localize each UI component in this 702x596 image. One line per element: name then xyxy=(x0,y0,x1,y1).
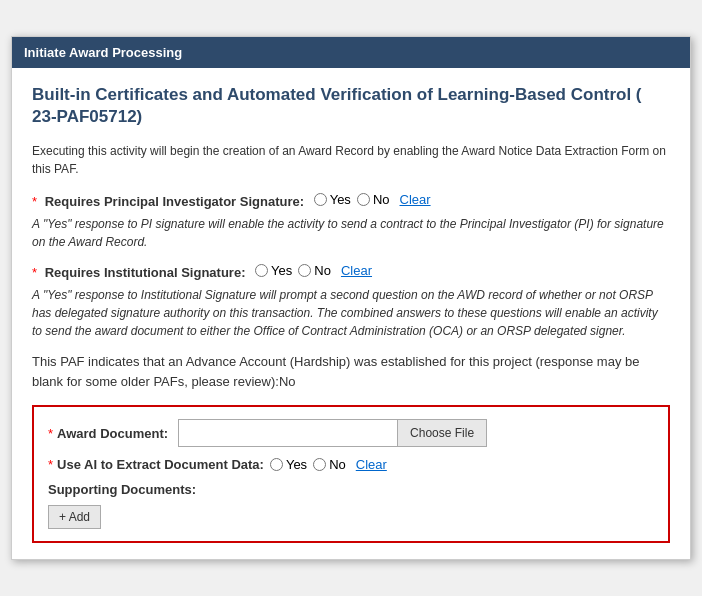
pi-no-label[interactable]: No xyxy=(357,192,390,207)
modal-body: Built-in Certificates and Automated Veri… xyxy=(12,68,690,559)
file-input-container: Choose File xyxy=(178,419,654,447)
pi-no-text: No xyxy=(373,192,390,207)
ai-no-radio[interactable] xyxy=(313,458,326,471)
pi-signature-row: * Requires Principal Investigator Signat… xyxy=(32,192,670,209)
inst-signature-section: * Requires Institutional Signature: Yes … xyxy=(32,263,670,340)
ai-yes-radio[interactable] xyxy=(270,458,283,471)
add-button[interactable]: + Add xyxy=(48,505,101,529)
ai-clear-link[interactable]: Clear xyxy=(356,457,387,472)
pi-signature-section: * Requires Principal Investigator Signat… xyxy=(32,192,670,251)
award-required-star: * xyxy=(48,426,53,441)
use-ai-label: Use AI to Extract Document Data: xyxy=(57,457,264,472)
modal-container: Initiate Award Processing Built-in Certi… xyxy=(11,36,691,560)
project-title: Built-in Certificates and Automated Veri… xyxy=(32,84,670,128)
ai-yes-text: Yes xyxy=(286,457,307,472)
use-ai-row: * Use AI to Extract Document Data: Yes N… xyxy=(48,457,654,472)
inst-signature-label: Requires Institutional Signature: xyxy=(45,265,246,280)
modal-header: Initiate Award Processing xyxy=(12,37,690,68)
pi-clear-link[interactable]: Clear xyxy=(400,192,431,207)
ai-required-star: * xyxy=(48,457,53,472)
advance-account-row: This PAF indicates that an Advance Accou… xyxy=(32,352,670,391)
description-text: Executing this activity will begin the c… xyxy=(32,142,670,178)
supporting-docs-label: Supporting Documents: xyxy=(48,482,654,497)
inst-yes-text: Yes xyxy=(271,263,292,278)
pi-yes-label[interactable]: Yes xyxy=(314,192,351,207)
inst-no-label[interactable]: No xyxy=(298,263,331,278)
award-document-row: * Award Document: Choose File xyxy=(48,419,654,447)
highlighted-section: * Award Document: Choose File * Use AI t… xyxy=(32,405,670,543)
inst-yes-radio[interactable] xyxy=(255,264,268,277)
advance-account-label: This PAF indicates that an Advance Accou… xyxy=(32,354,639,389)
inst-no-radio[interactable] xyxy=(298,264,311,277)
award-document-text-input[interactable] xyxy=(178,419,398,447)
inst-radio-group: Yes No Clear xyxy=(255,263,372,278)
supporting-docs-section: Supporting Documents: + Add xyxy=(48,482,654,529)
inst-no-text: No xyxy=(314,263,331,278)
pi-yes-radio[interactable] xyxy=(314,193,327,206)
ai-no-label[interactable]: No xyxy=(313,457,346,472)
inst-signature-row: * Requires Institutional Signature: Yes … xyxy=(32,263,670,280)
award-document-label: Award Document: xyxy=(57,426,168,441)
ai-no-text: No xyxy=(329,457,346,472)
modal-title: Initiate Award Processing xyxy=(24,45,182,60)
pi-note: A "Yes" response to PI signature will en… xyxy=(32,215,670,251)
ai-yes-label[interactable]: Yes xyxy=(270,457,307,472)
inst-note: A "Yes" response to Institutional Signat… xyxy=(32,286,670,340)
pi-no-radio[interactable] xyxy=(357,193,370,206)
choose-file-button[interactable]: Choose File xyxy=(398,419,487,447)
pi-required-star: * xyxy=(32,194,37,209)
pi-yes-text: Yes xyxy=(330,192,351,207)
inst-clear-link[interactable]: Clear xyxy=(341,263,372,278)
ai-radio-group: Yes No Clear xyxy=(270,457,387,472)
inst-required-star: * xyxy=(32,265,37,280)
advance-account-value: No xyxy=(279,374,296,389)
inst-yes-label[interactable]: Yes xyxy=(255,263,292,278)
pi-radio-group: Yes No Clear xyxy=(314,192,431,207)
pi-signature-label: Requires Principal Investigator Signatur… xyxy=(45,194,304,209)
